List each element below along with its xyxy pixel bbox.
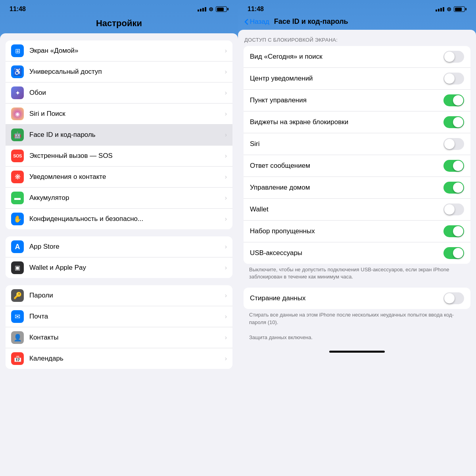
erase-data-toggle[interactable] xyxy=(443,292,464,304)
settings-row-mail[interactable]: ✉ Почта › xyxy=(6,306,232,327)
contact-notify-label: Уведомления о контакте xyxy=(29,173,225,181)
status-bar-left: 11:48 ⊜ xyxy=(0,0,238,16)
settings-section-1: ⊞ Экран «Домой» › ♿ Универсальный доступ… xyxy=(6,40,232,229)
erase-data-label: Стирание данных xyxy=(250,294,443,302)
wallet-icon: ▣ xyxy=(11,261,24,274)
chevron-icon: › xyxy=(225,313,227,320)
siri-toggle[interactable] xyxy=(443,138,464,150)
chevron-icon: › xyxy=(225,215,227,223)
today-view-label: Вид «Сегодня» и поиск xyxy=(250,53,443,61)
detail-row-lock-screen-widgets[interactable]: Виджеты на экране блокировки xyxy=(244,111,470,133)
privacy-label: Конфиденциальность и безопасно... xyxy=(29,215,225,223)
detail-row-home-control[interactable]: Управление домом xyxy=(244,177,470,199)
faceid-label: Face ID и код-пароль xyxy=(29,131,225,139)
lock-screen-widgets-label: Виджеты на экране блокировки xyxy=(250,118,443,126)
battery-icon2: ▬ xyxy=(11,192,24,204)
battery-icon-right xyxy=(454,6,466,12)
chevron-icon: › xyxy=(225,68,227,75)
appstore-icon: A xyxy=(11,240,24,253)
control-center-toggle[interactable] xyxy=(443,94,464,106)
chevron-icon: › xyxy=(225,264,227,271)
detail-row-siri[interactable]: Siri xyxy=(244,133,470,155)
detail-row-erase-data[interactable]: Стирание данных xyxy=(244,288,470,309)
return-calls-label: Набор пропущенных xyxy=(250,227,443,235)
home-screen-label: Экран «Домой» xyxy=(29,47,225,55)
notification-center-toggle[interactable] xyxy=(443,73,464,84)
contact-notify-icon: ❋ xyxy=(11,171,24,183)
settings-row-privacy[interactable]: ✋ Конфиденциальность и безопасно... › xyxy=(6,209,232,229)
settings-row-wallpaper[interactable]: ✦ Обои › xyxy=(6,83,232,104)
calendar-label: Календарь xyxy=(29,355,225,363)
contacts-icon: 👤 xyxy=(11,331,24,344)
siri-detail-label: Siri xyxy=(250,140,443,148)
passwords-label: Пароли xyxy=(29,292,225,299)
wallet-detail-label: Wallet xyxy=(250,205,443,213)
time-left: 11:48 xyxy=(10,6,26,13)
detail-list: ДОСТУП С БЛОКИРОВКОЙ ЭКРАНА: Вид «Сегодн… xyxy=(238,30,476,476)
today-view-toggle[interactable] xyxy=(443,51,464,63)
detail-row-today-view[interactable]: Вид «Сегодня» и поиск xyxy=(244,46,470,68)
settings-row-passwords[interactable]: 🔑 Пароли › xyxy=(6,285,232,306)
home-screen-icon: ⊞ xyxy=(11,44,24,57)
notification-center-label: Центр уведомлений xyxy=(250,75,443,83)
page-title-left: Настройки xyxy=(0,16,238,33)
chevron-icon: › xyxy=(225,110,227,117)
navigation-bar: Назад Face ID и код-пароль xyxy=(238,16,476,30)
control-center-label: Пункт управления xyxy=(250,96,443,104)
reply-message-label: Ответ сообщением xyxy=(250,162,443,170)
usb-accessories-toggle[interactable] xyxy=(443,247,464,259)
detail-page-title: Face ID и код-пароль xyxy=(274,17,348,26)
chevron-icon: › xyxy=(225,47,227,54)
detail-row-usb-accessories[interactable]: USB-аксессуары xyxy=(244,242,470,264)
detail-row-control-center[interactable]: Пункт управления xyxy=(244,90,470,111)
settings-row-contacts[interactable]: 👤 Контакты › xyxy=(6,327,232,348)
home-indicator-right xyxy=(329,351,385,353)
back-label: Назад xyxy=(250,18,269,26)
settings-row-faceid[interactable]: 🤖 Face ID и код-пароль › xyxy=(6,125,232,146)
erase-footer1: Стирать все данные на этом iPhone после … xyxy=(238,309,476,332)
accessibility-label: Универсальный доступ xyxy=(29,68,225,76)
mail-icon: ✉ xyxy=(11,310,24,323)
lock-screen-widgets-toggle[interactable] xyxy=(443,116,464,128)
settings-row-sos[interactable]: SOS Экстренный вызов — SOS › xyxy=(6,146,232,167)
erase-footer2: Защита данных включена. xyxy=(238,332,476,347)
usb-footer: Выключите, чтобы не допустить подключени… xyxy=(238,264,476,287)
back-button[interactable]: Назад xyxy=(244,18,269,26)
settings-list: ⊞ Экран «Домой» › ♿ Универсальный доступ… xyxy=(0,33,238,476)
wallet-toggle[interactable] xyxy=(443,203,464,215)
detail-row-wallet[interactable]: Wallet xyxy=(244,199,470,221)
detail-row-return-calls[interactable]: Набор пропущенных xyxy=(244,221,470,242)
mail-label: Почта xyxy=(29,313,225,321)
section-header: ДОСТУП С БЛОКИРОВКОЙ ЭКРАНА: xyxy=(238,30,476,45)
lock-screen-section: Вид «Сегодня» и поиск Центр уведомлений … xyxy=(244,46,470,264)
settings-row-appstore[interactable]: A App Store › xyxy=(6,236,232,257)
reply-message-toggle[interactable] xyxy=(443,160,464,172)
chevron-icon: › xyxy=(225,355,227,362)
faceid-icon: 🤖 xyxy=(11,129,24,141)
chevron-icon: › xyxy=(225,173,227,180)
accessibility-icon: ♿ xyxy=(11,65,24,78)
home-control-toggle[interactable] xyxy=(443,182,464,194)
chevron-icon: › xyxy=(225,194,227,202)
settings-row-home-screen[interactable]: ⊞ Экран «Домой» › xyxy=(6,40,232,61)
settings-row-accessibility[interactable]: ♿ Универсальный доступ › xyxy=(6,61,232,83)
return-calls-toggle[interactable] xyxy=(443,225,464,237)
settings-row-battery[interactable]: ▬ Аккумулятор › xyxy=(6,188,232,209)
settings-section-2: A App Store › ▣ Wallet и Apple Pay › xyxy=(6,236,232,278)
chevron-icon: › xyxy=(225,89,227,96)
settings-row-wallet[interactable]: ▣ Wallet и Apple Pay › xyxy=(6,257,232,278)
wifi-icon: ⊜ xyxy=(209,6,213,12)
contacts-label: Контакты xyxy=(29,334,225,342)
detail-row-reply-message[interactable]: Ответ сообщением xyxy=(244,155,470,177)
detail-row-notification-center[interactable]: Центр уведомлений xyxy=(244,68,470,90)
settings-row-contact-notify[interactable]: ❋ Уведомления о контакте › xyxy=(6,167,232,188)
battery-label: Аккумулятор xyxy=(29,194,225,202)
usb-accessories-label: USB-аксессуары xyxy=(250,249,443,257)
settings-row-siri[interactable]: ◉ Siri и Поиск › xyxy=(6,104,232,125)
passwords-icon: 🔑 xyxy=(11,289,24,302)
status-icons-right: ⊜ xyxy=(436,6,466,12)
settings-row-calendar[interactable]: 📅 Календарь › xyxy=(6,348,232,369)
wifi-icon-right: ⊜ xyxy=(447,6,451,12)
signal-icon-right xyxy=(436,7,444,12)
chevron-icon: › xyxy=(225,152,227,159)
